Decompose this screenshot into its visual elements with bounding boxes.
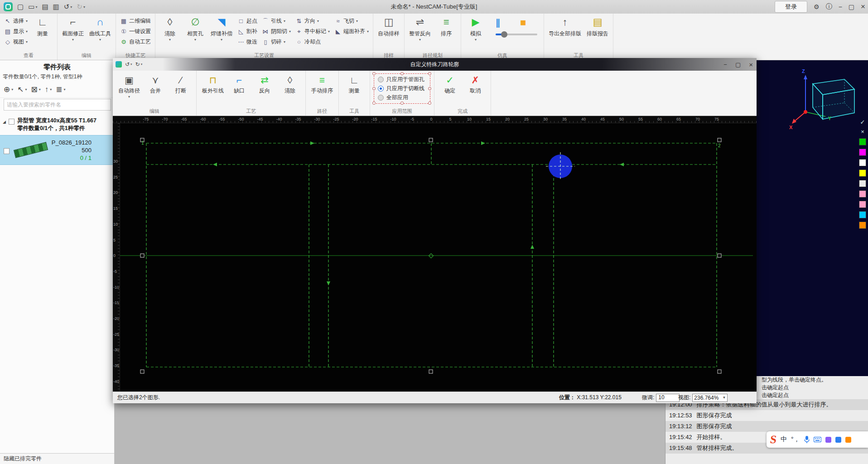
cooling-point-button[interactable]: ○冷却点 (294, 37, 331, 47)
shatter-button[interactable]: ▯切碎▾ (260, 37, 292, 47)
layer-color-swatch[interactable] (859, 169, 866, 177)
layer-color-swatch[interactable] (859, 190, 866, 198)
selection-handle[interactable] (428, 87, 431, 90)
center-mark-button[interactable]: ⌖寻中标记▾ (294, 26, 331, 37)
slider-knob[interactable] (501, 31, 507, 38)
add-part-button[interactable]: ⊕▾ (4, 85, 13, 94)
sort-button[interactable]: ≡排序 (434, 14, 458, 39)
nudge-input[interactable]: 10 (656, 394, 680, 402)
login-button[interactable]: 登录 (775, 1, 807, 13)
part-search-input[interactable] (4, 99, 111, 111)
curve-tools-button[interactable]: ∩曲线工具▾ (87, 14, 113, 43)
info-icon[interactable]: ⓘ (826, 3, 832, 11)
auto-path-button[interactable]: ▣自动路径▾ (116, 72, 142, 100)
new-file-button[interactable]: ▢ (17, 3, 24, 11)
layer-color-swatch[interactable] (859, 211, 866, 218)
dialog-minimize-icon[interactable]: − (723, 61, 727, 68)
settings-gear-icon[interactable]: ⚙ (814, 3, 820, 10)
ime-lang-toggle[interactable]: 中 (781, 435, 787, 444)
sort-parts-button[interactable]: ≣▾ (56, 85, 65, 94)
auto-nest-button[interactable]: ◫自动排样 (376, 14, 401, 39)
zoom-select[interactable]: 236.764%▼ (692, 394, 728, 402)
fly-cut-button[interactable]: ≈飞切▾ (333, 16, 370, 26)
cancel-x-icon[interactable]: × (861, 129, 864, 135)
tube-reverse-button[interactable]: ⇌整管反向▾ (407, 14, 433, 43)
selection-handle[interactable] (428, 102, 431, 105)
select-button[interactable]: ↖选择▾ (3, 16, 29, 26)
confirm-check-icon[interactable]: ✓ (860, 119, 865, 126)
sogou-logo-icon[interactable]: S (769, 433, 777, 446)
layer-color-swatch[interactable] (859, 138, 866, 145)
toolpath-drawing[interactable] (113, 116, 757, 392)
group-checkbox[interactable] (9, 119, 14, 125)
measure-button[interactable]: ∟测量 (342, 72, 366, 96)
display-button[interactable]: ▤显示▾ (3, 26, 29, 37)
nest-report-button[interactable]: ▤排版报告 (585, 14, 610, 39)
layer-color-swatch[interactable] (859, 149, 866, 156)
selection-handle[interactable] (372, 87, 376, 90)
confirm-button[interactable]: ✓确定 (438, 72, 462, 96)
clear-button[interactable]: ◊清除▾ (158, 14, 182, 43)
selection-handle[interactable] (400, 102, 404, 105)
manual-sort-button[interactable]: ≡手动排序 (309, 72, 335, 96)
section-fix-button[interactable]: ⌐截面修正▾ (60, 14, 86, 43)
lead-line-button[interactable]: ⌒引线▾ (260, 16, 292, 26)
stop-button[interactable]: ■ (520, 18, 526, 27)
part-group-row[interactable]: ◢ 异型管 宽度140x高度55 T1.667 零件数量0/1个，共1种零件 (0, 114, 114, 135)
restore-icon[interactable]: ▢ (849, 3, 854, 10)
simulate-button[interactable]: ▶模拟▾ (464, 14, 487, 43)
layer-color-swatch[interactable] (859, 159, 866, 166)
log-entry[interactable]: 19:12:53图形保存完成 (665, 410, 868, 421)
ime-more-icon[interactable] (845, 437, 851, 443)
undo-button[interactable]: ↺▾ (64, 3, 72, 11)
intersect-hole-button[interactable]: ∅相贯孔▾ (183, 14, 207, 43)
viewport-3d-panel[interactable]: Z X Y ✓× (757, 60, 868, 376)
edit-2d-button[interactable]: ▦二维编辑 (119, 16, 152, 26)
view-button[interactable]: ◇视图▾ (3, 37, 29, 47)
micro-joint-button[interactable]: ⋯微连 (236, 37, 259, 47)
open-file-button[interactable]: ▭▾ (28, 3, 37, 11)
radio-on-icon[interactable] (378, 86, 384, 92)
selection-handle[interactable] (428, 72, 431, 75)
yinyang-cut-button[interactable]: ⋈阴阳切▾ (260, 26, 292, 37)
dialog-redo-button[interactable]: ↻▾ (135, 61, 143, 68)
measure-button[interactable]: ∟测量 (31, 14, 54, 39)
minimize-icon[interactable]: − (839, 3, 842, 10)
radio-option-1[interactable]: 只应用于切断线 (378, 84, 424, 93)
view-cube[interactable]: Z X Y (786, 66, 859, 129)
break-button[interactable]: ∕打断 (169, 72, 193, 96)
one-key-setup-button[interactable]: ①一键设置 (119, 26, 152, 37)
part-list-item-selected[interactable]: P_0826_19120 500 0 / 1 (0, 135, 114, 165)
board-lead-button[interactable]: ⊓板外引线 (200, 72, 226, 96)
select-mode-button[interactable]: ↖▾ (17, 85, 27, 94)
keyboard-icon[interactable] (814, 437, 821, 442)
save-button[interactable]: ▤ (42, 3, 48, 11)
redo-button[interactable]: ↻▾ (77, 3, 85, 11)
log-entry[interactable]: 19:13:12图形保存完成 (665, 421, 868, 432)
weld-comp-button[interactable]: ◥焊缝补偿▾ (209, 14, 234, 43)
start-point-button[interactable]: □起点 (236, 16, 259, 26)
end-face-align-button[interactable]: ◣端面补齐▾ (333, 26, 370, 37)
selection-handle[interactable] (400, 72, 404, 75)
close-icon[interactable]: × (861, 2, 865, 11)
selection-handle[interactable] (372, 102, 376, 105)
drawing-canvas[interactable]: 1 2 -75-70-65-60-55-50-45-40-35-30-25-20… (113, 116, 757, 392)
ime-skin-icon[interactable] (825, 437, 831, 443)
part-checkbox[interactable] (4, 148, 10, 154)
notch-button[interactable]: ⌐缺口 (227, 72, 251, 96)
save-as-button[interactable]: ▥ (53, 3, 59, 11)
radio-off-icon[interactable] (378, 95, 384, 101)
radio-option-0[interactable]: 只应用于管面孔 (378, 75, 424, 84)
export-part-button[interactable]: ↑▾ (45, 85, 52, 94)
dialog-titlebar[interactable]: ↺▾ ↻▾ 自定义特殊刀路轮廓 − ▢ × (113, 58, 757, 71)
ime-toolbox-icon[interactable] (835, 437, 841, 443)
reverse-button[interactable]: ⇄反向 (253, 72, 276, 96)
input-method-bar[interactable]: S 中 °， (767, 431, 868, 448)
delete-part-button[interactable]: ⊠▾ (31, 85, 41, 94)
merge-button[interactable]: ⋎合并 (144, 72, 167, 96)
microphone-icon[interactable] (804, 436, 810, 443)
expand-triangle-icon[interactable]: ◢ (3, 117, 6, 124)
layer-color-swatch[interactable] (859, 222, 866, 229)
dialog-close-icon[interactable]: × (749, 61, 753, 68)
dialog-maximize-icon[interactable]: ▢ (735, 61, 741, 68)
